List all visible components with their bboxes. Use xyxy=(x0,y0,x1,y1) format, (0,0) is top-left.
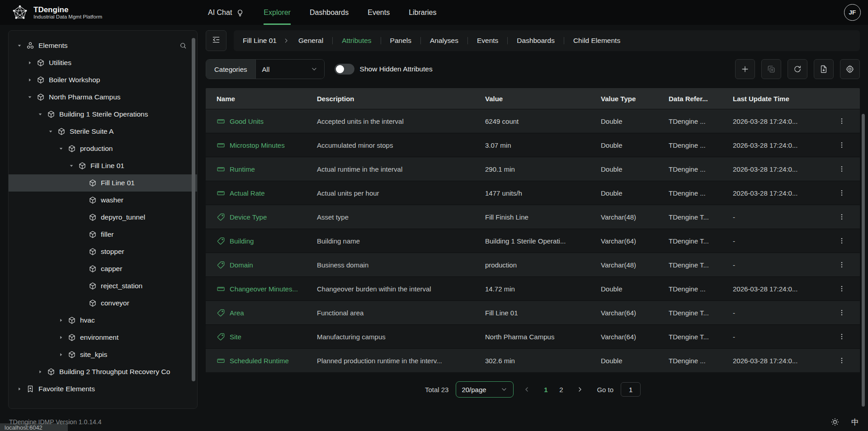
row-actions-kebab-button[interactable] xyxy=(823,141,860,149)
show-hidden-attributes-toggle[interactable] xyxy=(335,64,354,75)
elements-icon xyxy=(26,42,35,50)
caret-right-icon[interactable] xyxy=(26,60,33,66)
tree-item-fill-line-01[interactable]: Fill Line 01 xyxy=(9,174,197,192)
attribute-last-update-time: 2026-03-28 17:24:0... xyxy=(724,189,823,197)
tab-dashboards[interactable]: Dashboards xyxy=(514,37,557,45)
tree-item-environment[interactable]: environment xyxy=(9,329,197,346)
tree-item-capper[interactable]: capper xyxy=(9,260,197,277)
tree-item-reject-station[interactable]: reject_station xyxy=(9,277,197,295)
caret-right-icon[interactable] xyxy=(57,335,65,340)
row-actions-kebab-button[interactable] xyxy=(823,356,860,365)
attribute-value: production xyxy=(476,261,592,269)
tab-general[interactable]: General xyxy=(296,37,326,45)
tree-item-utilities[interactable]: Utilities xyxy=(9,54,197,71)
page-size-select[interactable]: 20/page xyxy=(456,381,514,398)
row-actions-kebab-button[interactable] xyxy=(823,261,860,269)
table-action-buttons xyxy=(735,59,860,79)
row-actions-kebab-button[interactable] xyxy=(823,189,860,197)
attribute-name-link[interactable]: Domain xyxy=(206,261,308,269)
attribute-name-link[interactable]: Building xyxy=(206,237,308,245)
breadcrumb-root[interactable]: Fill Line 01 xyxy=(243,37,277,45)
caret-down-icon[interactable] xyxy=(57,146,65,151)
tree-item-washer[interactable]: washer xyxy=(9,192,197,209)
batch-add-button[interactable] xyxy=(761,59,781,79)
next-page-button[interactable] xyxy=(574,384,586,395)
tree-item-north-pharma-campus[interactable]: North Pharma Campus xyxy=(9,89,197,106)
collapse-sidebar-button[interactable] xyxy=(206,30,226,51)
nav-item-events[interactable]: Events xyxy=(368,0,390,25)
row-actions-kebab-button[interactable] xyxy=(823,213,860,221)
tree-item-site-kpis[interactable]: site_kpis xyxy=(9,346,197,363)
nav-item-libraries[interactable]: Libraries xyxy=(409,0,436,25)
attribute-name-link[interactable]: Actual Rate xyxy=(206,189,308,197)
categories-select[interactable]: All xyxy=(255,60,324,79)
attribute-name-link[interactable]: Scheduled Runtime xyxy=(206,356,308,365)
caret-down-icon[interactable] xyxy=(26,94,33,100)
export-button[interactable] xyxy=(814,59,834,79)
tab-child-elements[interactable]: Child Elements xyxy=(571,37,623,45)
add-button[interactable] xyxy=(735,59,755,79)
tree-item-elements[interactable]: Elements xyxy=(9,37,197,54)
attribute-name-link[interactable]: Microstop Minutes xyxy=(206,141,308,150)
row-actions-kebab-button[interactable] xyxy=(823,165,860,173)
tree-item-depyro-tunnel[interactable]: depyro_tunnel xyxy=(9,209,197,226)
attribute-name-link[interactable]: Site xyxy=(206,333,308,341)
sidebar-scrollbar[interactable] xyxy=(192,38,195,381)
row-actions-kebab-button[interactable] xyxy=(823,237,860,245)
tab-analyses[interactable]: Analyses xyxy=(427,37,461,45)
row-actions-kebab-button[interactable] xyxy=(823,309,860,317)
theme-sun-icon[interactable] xyxy=(830,417,840,426)
row-actions-kebab-button[interactable] xyxy=(823,333,860,341)
settings-button[interactable] xyxy=(840,59,860,79)
table-scrollbar[interactable] xyxy=(862,114,865,407)
attribute-name-text: Actual Rate xyxy=(230,189,265,197)
tab-events[interactable]: Events xyxy=(474,37,501,45)
attribute-name-link[interactable]: Good Units xyxy=(206,117,308,126)
tree-item-building-1-sterile-operations[interactable]: Building 1 Sterile Operations xyxy=(9,106,197,123)
attribute-value-type: Varchar(48) xyxy=(592,213,660,221)
pagination: Total 23 20/page 12 Go to xyxy=(206,379,860,400)
caret-down-icon[interactable] xyxy=(37,112,44,117)
page-number-1[interactable]: 1 xyxy=(540,386,552,394)
nav-links: AI ChatExplorerDashboardsEventsLibraries xyxy=(208,0,437,25)
language-toggle[interactable]: 中 xyxy=(851,417,859,427)
tab-panels[interactable]: Panels xyxy=(387,37,414,45)
attribute-name-text: Changeover Minutes... xyxy=(230,285,298,293)
caret-right-icon[interactable] xyxy=(57,352,65,357)
tree-item-boiler-workshop[interactable]: Boiler Workshop xyxy=(9,71,197,89)
refresh-button[interactable] xyxy=(788,59,807,79)
caret-right-icon[interactable] xyxy=(37,369,44,375)
cube-icon xyxy=(89,196,98,204)
nav-item-ai-chat[interactable]: AI Chat xyxy=(208,0,245,25)
tree-item-hvac[interactable]: hvac xyxy=(9,312,197,329)
tree-item-sterile-suite-a[interactable]: Sterile Suite A xyxy=(9,123,197,140)
tree-item-production[interactable]: production xyxy=(9,140,197,157)
caret-right-icon[interactable] xyxy=(26,77,33,83)
categories-filter-group: Categories All xyxy=(206,59,325,79)
row-actions-kebab-button[interactable] xyxy=(823,285,860,293)
row-actions-kebab-button[interactable] xyxy=(823,117,860,125)
attribute-name-link[interactable]: Device Type xyxy=(206,213,308,221)
caret-down-icon[interactable] xyxy=(68,163,75,169)
tree-item-filler[interactable]: filler xyxy=(9,226,197,243)
tab-attributes[interactable]: Attributes xyxy=(339,37,374,45)
cube-icon xyxy=(68,351,77,359)
page-number-2[interactable]: 2 xyxy=(555,386,567,394)
tree-item-fill-line-01[interactable]: Fill Line 01 xyxy=(9,157,197,174)
attribute-name-link[interactable]: Runtime xyxy=(206,165,308,173)
nav-item-dashboards[interactable]: Dashboards xyxy=(310,0,349,25)
nav-item-explorer[interactable]: Explorer xyxy=(264,0,291,25)
caret-down-icon[interactable] xyxy=(16,43,23,48)
tree-item-conveyor[interactable]: conveyor xyxy=(9,295,197,312)
tree-item-stopper[interactable]: stopper xyxy=(9,243,197,260)
user-avatar[interactable]: JF xyxy=(844,4,861,21)
tree-item-favorite-elements[interactable]: Favorite Elements xyxy=(9,380,197,398)
tree-item-building-2-throughput-recovery-co[interactable]: Building 2 Throughput Recovery Co xyxy=(9,363,197,380)
attribute-name-link[interactable]: Changeover Minutes... xyxy=(206,285,308,293)
prev-page-button[interactable] xyxy=(521,384,533,395)
caret-right-icon[interactable] xyxy=(57,318,65,323)
goto-page-input[interactable] xyxy=(621,382,641,397)
caret-down-icon[interactable] xyxy=(47,129,54,134)
caret-right-icon[interactable] xyxy=(16,386,23,392)
attribute-name-link[interactable]: Area xyxy=(206,309,308,317)
